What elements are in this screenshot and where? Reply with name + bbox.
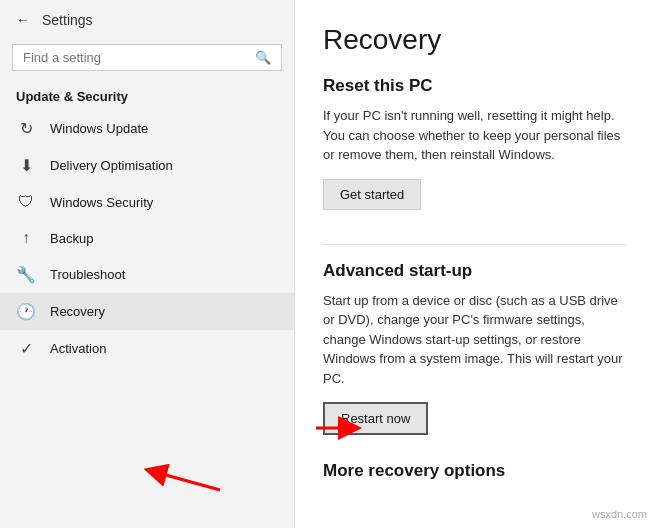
backup-icon: ↑: [16, 229, 36, 247]
back-button[interactable]: ←: [16, 12, 30, 28]
sidebar-item-troubleshoot[interactable]: 🔧 Troubleshoot: [0, 256, 294, 293]
update-icon: ↻: [16, 119, 36, 138]
troubleshoot-icon: 🔧: [16, 265, 36, 284]
sidebar-item-label: Delivery Optimisation: [50, 158, 173, 173]
search-icon: 🔍: [255, 50, 271, 65]
sidebar-item-label: Recovery: [50, 304, 105, 319]
advanced-startup-title: Advanced start-up: [323, 261, 627, 281]
sidebar-item-windows-update[interactable]: ↻ Windows Update: [0, 110, 294, 147]
search-input[interactable]: [23, 50, 249, 65]
search-box[interactable]: 🔍: [12, 44, 282, 71]
sidebar-item-label: Activation: [50, 341, 106, 356]
recovery-icon: 🕐: [16, 302, 36, 321]
more-recovery-title: More recovery options: [323, 461, 627, 481]
sidebar-item-activation[interactable]: ✓ Activation: [0, 330, 294, 367]
main-content: Recovery Reset this PC If your PC isn't …: [295, 0, 655, 528]
reset-pc-title: Reset this PC: [323, 76, 627, 96]
sidebar-item-label: Backup: [50, 231, 93, 246]
delivery-icon: ⬇: [16, 156, 36, 175]
sidebar: ← Settings 🔍 Update & Security ↻ Windows…: [0, 0, 295, 528]
restart-now-button[interactable]: Restart now: [323, 402, 428, 435]
sidebar-item-recovery[interactable]: 🕐 Recovery: [0, 293, 294, 330]
reset-pc-desc: If your PC isn't running well, resetting…: [323, 106, 627, 165]
sidebar-item-label: Windows Security: [50, 195, 153, 210]
divider: [323, 244, 627, 245]
sidebar-item-delivery-optimisation[interactable]: ⬇ Delivery Optimisation: [0, 147, 294, 184]
sidebar-title: Settings: [42, 12, 93, 28]
activation-icon: ✓: [16, 339, 36, 358]
advanced-startup-desc: Start up from a device or disc (such as …: [323, 291, 627, 389]
sidebar-item-windows-security[interactable]: 🛡 Windows Security: [0, 184, 294, 220]
sidebar-item-label: Windows Update: [50, 121, 148, 136]
sidebar-item-backup[interactable]: ↑ Backup: [0, 220, 294, 256]
sidebar-item-label: Troubleshoot: [50, 267, 125, 282]
sidebar-header: ← Settings: [0, 0, 294, 40]
shield-icon: 🛡: [16, 193, 36, 211]
get-started-button[interactable]: Get started: [323, 179, 421, 210]
page-title: Recovery: [323, 24, 627, 56]
section-label: Update & Security: [0, 79, 294, 110]
